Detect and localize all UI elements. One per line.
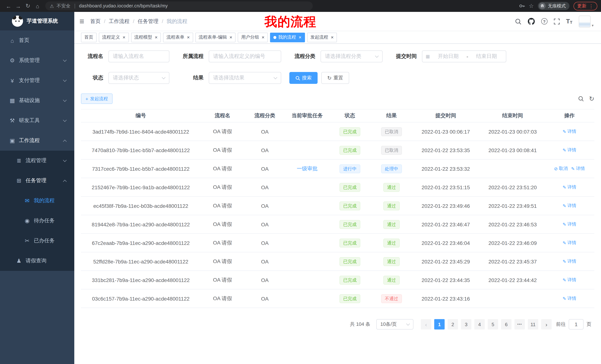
table-row[interactable]: 3ad174fb-7b9d-11ec-8404-acde48001122 OA … [81, 123, 594, 141]
breadcrumb-item[interactable]: 我的流程 [159, 18, 187, 25]
next-page-button[interactable]: › [541, 319, 551, 329]
update-button[interactable]: 更新 ⋮ [573, 2, 597, 10]
sidebar-item-workflow[interactable]: ▣ 工作流程 [0, 131, 74, 151]
detail-link[interactable]: ✎ 详情 [562, 203, 576, 209]
search-button[interactable]: 搜索 [289, 72, 318, 84]
address-bar[interactable]: ⚠ 不安全 dashboard.yudao.iocoder.cn/bpm/tas… [45, 1, 313, 10]
prev-page-button[interactable]: ‹ [421, 319, 431, 329]
help-icon[interactable]: ? [541, 18, 548, 25]
status-select[interactable]: 请选择状态 [109, 72, 169, 84]
close-icon[interactable]: × [123, 35, 125, 40]
page-button[interactable]: 4 [474, 319, 485, 329]
breadcrumb-item[interactable]: 首页 [90, 18, 101, 25]
create-process-button[interactable]: + 发起流程 [81, 94, 112, 104]
tab-process-model[interactable]: 流程模型 × [131, 32, 161, 42]
sidebar-item-my-process[interactable]: ✉ 我的流程 [0, 191, 74, 211]
key-icon[interactable] [519, 3, 525, 9]
status-label: 状态 [81, 75, 103, 81]
table-search-button[interactable] [578, 96, 584, 102]
tab-process-form-edit[interactable]: 流程表单-编辑 × [195, 32, 236, 42]
reset-button[interactable]: ↻ 重置 [321, 72, 349, 84]
hamburger-icon[interactable]: ≡ [80, 17, 84, 25]
cancel-link[interactable]: ⊘ 取消 [554, 165, 568, 172]
page-button[interactable]: 3 [461, 319, 471, 329]
cell-end-time: 2022-01-23 00:07:03 [479, 129, 546, 134]
table-row[interactable]: 331bc281-7b9a-11ec-a290-acde48001122 OA … [81, 271, 594, 289]
category-select[interactable]: 请选择流程分类 [321, 50, 383, 62]
goto-page-input[interactable]: 1 [569, 319, 583, 329]
sidebar-item-payment[interactable]: ¥ 支付管理 [0, 70, 74, 91]
home-icon[interactable]: ⌂ [33, 3, 42, 9]
status-tag: 已完成 [340, 257, 360, 266]
page-button[interactable]: 11 [528, 319, 538, 329]
tab-my-process[interactable]: 我的流程 × [270, 32, 305, 42]
page-button[interactable]: 2 [448, 319, 458, 329]
tab-process-form[interactable]: 流程表单 × [163, 32, 193, 42]
github-icon[interactable] [528, 18, 535, 25]
back-icon[interactable]: ← [4, 3, 13, 9]
result-select[interactable]: 请选择流结果 [209, 72, 281, 84]
table-row[interactable]: 2152467e-7b9b-11ec-9a1b-acde48001122 OA … [81, 178, 594, 197]
process-name-input[interactable]: 请输入流程名 [109, 50, 169, 62]
close-icon[interactable]: × [230, 35, 232, 40]
column-header: 状态 [329, 112, 371, 119]
table-row[interactable]: 52ffd28e-7b9a-11ec-a290-acde48001122 OA … [81, 252, 594, 271]
page-button[interactable]: 6 [501, 319, 511, 329]
tab-home[interactable]: 首页 [81, 32, 97, 42]
page-size-select[interactable]: 10条/页 [376, 319, 413, 329]
sidebar-item-leave-query[interactable]: ♟ 请假查询 [0, 251, 74, 271]
avatar[interactable] [579, 15, 591, 27]
process-definition-input[interactable]: 请输入流程定义的编号 [209, 50, 281, 62]
detail-link[interactable]: ✎ 详情 [562, 221, 576, 228]
tab-user-group[interactable]: 用户分组 × [238, 32, 268, 42]
close-icon[interactable]: × [187, 35, 190, 40]
reload-icon[interactable]: ↻ [23, 3, 33, 9]
detail-link[interactable]: ✎ 详情 [562, 295, 576, 302]
table-row[interactable]: 7470a810-7b9b-11ec-b5b7-acde48001122 OA … [81, 141, 594, 160]
detail-link[interactable]: ✎ 详情 [562, 184, 576, 190]
sidebar-item-home[interactable]: ⌂ 首页 [0, 30, 74, 50]
table-row[interactable]: 03c6c157-7b9a-11ec-a290-acde48001122 OA … [81, 289, 594, 308]
sidebar-item-infrastructure[interactable]: ▦ 基础设施 [0, 91, 74, 111]
app-logo[interactable]: 芋道管理系统 [0, 12, 74, 30]
forward-icon[interactable]: → [13, 3, 23, 9]
font-size-icon[interactable]: TT [566, 18, 572, 25]
table-row[interactable]: 67c2eaab-7b9a-11ec-a290-acde48001122 OA … [81, 234, 594, 252]
column-header: 操作 [546, 112, 593, 119]
detail-link[interactable]: ✎ 详情 [562, 258, 576, 265]
sidebar-item-todo-tasks[interactable]: ◉ 待办任务 [0, 211, 74, 231]
table-row[interactable]: ec45f38f-7b9a-11ec-b03b-acde48001122 OA … [81, 197, 594, 215]
bookmark-star-icon[interactable]: ☆ [529, 3, 534, 9]
detail-link[interactable]: ✎ 详情 [562, 147, 576, 153]
tab-process-definition[interactable]: 流程定义 × [99, 32, 129, 42]
detail-link[interactable]: ✎ 详情 [562, 240, 576, 246]
table-row[interactable]: 7317cec6-7b9b-11ec-b5b7-acde48001122 OA … [81, 160, 594, 178]
table-row[interactable]: 819442e8-7b9a-11ec-a290-acde48001122 OA … [81, 215, 594, 234]
detail-link[interactable]: ✎ 详情 [571, 165, 585, 172]
detail-link[interactable]: ✎ 详情 [562, 128, 576, 135]
close-icon[interactable]: × [299, 35, 301, 40]
close-icon[interactable]: × [262, 35, 264, 40]
sidebar-item-devtools[interactable]: ⚒ 研发工具 [0, 111, 74, 131]
submit-time-range[interactable]: ▦ 开始日期 - 结束日期 [422, 50, 506, 62]
sidebar-item-process-mgmt[interactable]: ≣ 流程管理 [0, 151, 74, 171]
sidebar-item-task-mgmt[interactable]: ⊞ 任务管理 [0, 171, 74, 191]
sidebar-item-done-tasks[interactable]: ✂ 已办任务 [0, 231, 74, 251]
current-task-link[interactable]: 一级审批 [297, 165, 318, 172]
breadcrumb-item[interactable]: 任务管理 [130, 18, 159, 25]
breadcrumb-item[interactable]: 工作流程 [101, 18, 130, 25]
browser-menu-icon[interactable]: ⋮ [589, 3, 594, 9]
user-menu[interactable]: ▾ [579, 15, 594, 27]
close-icon[interactable]: × [331, 35, 334, 40]
workflow-icon: ▣ [9, 137, 16, 144]
detail-link[interactable]: ✎ 详情 [562, 277, 576, 283]
search-icon[interactable] [515, 18, 521, 25]
sidebar-item-system[interactable]: ⚙ 系统管理 [0, 50, 74, 70]
tab-start-process[interactable]: 发起流程 × [307, 32, 337, 42]
page-button[interactable]: 5 [488, 319, 498, 329]
page-button[interactable]: 1 [434, 319, 445, 329]
close-icon[interactable]: × [155, 35, 158, 40]
table-refresh-button[interactable]: ↻ [589, 95, 594, 103]
fullscreen-icon[interactable] [554, 18, 560, 24]
page-button[interactable]: ••• [514, 319, 525, 329]
